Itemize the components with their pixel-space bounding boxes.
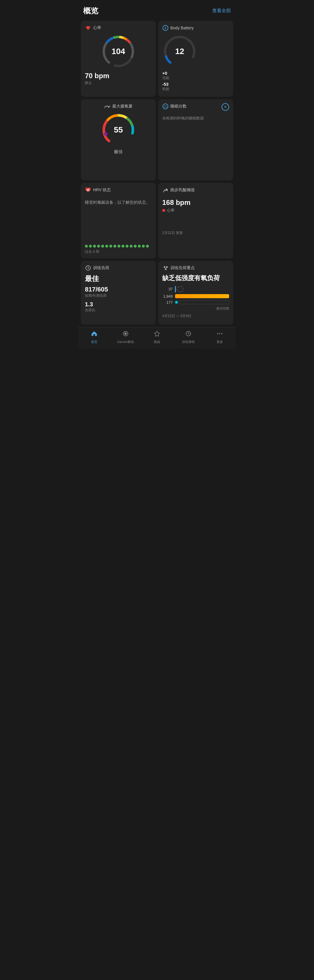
nav-training-label: 训练课程 bbox=[182, 340, 195, 344]
challenge-icon bbox=[153, 330, 161, 339]
hrv-dot bbox=[130, 245, 132, 248]
sleep-card[interactable]: Zz 睡眠分数 + 未检测到昨晚的睡眠数据 bbox=[158, 99, 233, 180]
hrv-dot bbox=[113, 245, 116, 248]
bb-drain-label: 耗能 bbox=[162, 87, 229, 92]
nav-garmin[interactable]: Garmin教练 bbox=[110, 330, 141, 344]
tf-main-text: 缺乏低强度有氧负荷 bbox=[162, 274, 229, 283]
vo2-gauge-container: 55 bbox=[101, 113, 136, 147]
nav-garmin-label: Garmin教练 bbox=[117, 340, 134, 344]
nav-training[interactable]: 训练课程 bbox=[173, 330, 204, 344]
lactate-title: 跑步乳酸阈值 bbox=[171, 188, 195, 192]
hrv-dot bbox=[85, 245, 88, 248]
bb-gauge: 12 bbox=[162, 34, 197, 69]
tf-bar-line-1 bbox=[175, 286, 176, 293]
garmin-icon bbox=[122, 330, 129, 339]
main-grid: 心率 bbox=[78, 19, 236, 327]
tl-status: 最佳 bbox=[85, 274, 152, 283]
tl-title: 训练负荷 bbox=[93, 265, 109, 270]
tl-icon bbox=[85, 265, 91, 271]
nav-home-label: 首页 bbox=[91, 340, 97, 344]
sleep-no-data-text: 未检测到昨晚的睡眠数据 bbox=[162, 115, 229, 121]
nav-home[interactable]: 首页 bbox=[78, 330, 110, 344]
hr-title: 心率 bbox=[93, 25, 101, 30]
svg-point-29 bbox=[221, 333, 222, 334]
body-battery-card[interactable]: Body Battery 12 +0 充能 -53 耗能 bbox=[158, 21, 233, 97]
bb-title: Body Battery bbox=[171, 25, 194, 30]
vo2-header: 最大摄氧量 bbox=[104, 103, 132, 110]
svg-point-10 bbox=[108, 107, 109, 108]
tf-row-3: 177 bbox=[162, 300, 229, 305]
bb-header: Body Battery bbox=[162, 25, 229, 31]
svg-point-19 bbox=[166, 189, 168, 191]
lactate-card[interactable]: 跑步乳酸阈值 168 bpm 心率 2月12日 更新 bbox=[158, 183, 233, 258]
hrv-icon bbox=[85, 187, 91, 193]
hrv-dot bbox=[101, 245, 104, 248]
bb-charge-label: 充能 bbox=[162, 76, 229, 81]
vo2-gauge-value: 55 bbox=[114, 125, 123, 135]
nav-more[interactable]: 更多 bbox=[204, 330, 236, 344]
tf-num-1: 37 bbox=[162, 287, 173, 291]
training-load-card[interactable]: 训练负荷 最佳 817/605 短期/长期负荷 1.3 负荷比 bbox=[81, 261, 156, 325]
tf-num-3: 177 bbox=[162, 300, 173, 305]
heart-icon bbox=[85, 25, 91, 31]
bb-gauge-container: 12 bbox=[162, 34, 229, 69]
hrv-dot bbox=[126, 245, 129, 248]
lactate-sub: 心率 bbox=[162, 208, 229, 213]
hrv-dot bbox=[97, 245, 100, 248]
nav-challenge[interactable]: 挑战 bbox=[141, 330, 173, 344]
hrv-dot bbox=[118, 245, 120, 248]
vo2-card[interactable]: 最大摄氧量 55 bbox=[81, 99, 156, 180]
tf-best-range: 最佳范围 bbox=[162, 306, 229, 311]
tl-numbers-sub: 短期/长期负荷 bbox=[85, 293, 152, 298]
sleep-add-button[interactable]: + bbox=[222, 103, 229, 111]
tf-bar-3 bbox=[175, 300, 229, 304]
svg-point-25 bbox=[124, 332, 127, 335]
tf-bar-1 bbox=[175, 286, 229, 293]
nav-challenge-label: 挑战 bbox=[154, 340, 160, 344]
hr-sub-label: 静止 bbox=[85, 81, 152, 86]
tf-row-1: 37 bbox=[162, 286, 229, 293]
hrv-dot bbox=[105, 245, 108, 248]
hrv-dot bbox=[134, 245, 137, 248]
tf-bar-dashed bbox=[179, 300, 229, 304]
lactate-header: 跑步乳酸阈值 bbox=[162, 187, 229, 193]
hrv-dot bbox=[93, 245, 96, 248]
tf-bar-2 bbox=[175, 294, 229, 298]
page-title: 概览 bbox=[83, 6, 98, 16]
hr-header: 心率 bbox=[85, 25, 152, 31]
hrv-header: HRV 状态 bbox=[85, 187, 152, 193]
training-icon bbox=[185, 330, 192, 339]
vo2-gauge: 55 bbox=[101, 113, 136, 147]
tl-ratio-sub: 负荷比 bbox=[85, 308, 152, 313]
svg-point-23 bbox=[165, 268, 167, 270]
bb-gauge-value: 12 bbox=[175, 47, 184, 56]
tf-bar-circle-1 bbox=[177, 286, 183, 293]
hrv-dots-row bbox=[85, 245, 152, 248]
tf-bars: 37 1,949 177 最佳范围 bbox=[162, 286, 229, 311]
svg-point-22 bbox=[166, 266, 168, 268]
hrv-period: 过去 4 周 bbox=[85, 249, 152, 254]
svg-point-21 bbox=[164, 266, 166, 268]
hr-main-value: 70 bpm bbox=[85, 72, 152, 80]
bb-charge-value: +0 bbox=[162, 71, 229, 76]
tf-icon bbox=[162, 265, 169, 271]
view-all-link[interactable]: 查看全部 bbox=[212, 8, 231, 14]
svg-text:Zz: Zz bbox=[164, 105, 167, 108]
heart-rate-card[interactable]: 心率 bbox=[81, 21, 156, 97]
svg-point-28 bbox=[219, 333, 220, 334]
hrv-dot bbox=[109, 245, 112, 248]
nav-more-label: 更多 bbox=[217, 340, 223, 344]
training-focus-card[interactable]: 训练负荷重点 缺乏低强度有氧负荷 37 1,949 177 bbox=[158, 261, 233, 325]
tf-dot-teal bbox=[175, 301, 178, 304]
tf-num-2: 1,949 bbox=[162, 294, 173, 299]
hrv-card[interactable]: HRV 状态 睡觉时佩戴设备，以了解您的状态。 bbox=[81, 183, 156, 258]
tf-period: 4月12日 — 5月9日 bbox=[162, 313, 229, 318]
lactate-label: 心率 bbox=[167, 208, 174, 213]
vo2-label: 极佳 bbox=[114, 149, 123, 154]
header: 概览 查看全部 bbox=[78, 0, 236, 19]
tl-ratio: 1.3 bbox=[85, 301, 152, 308]
lactate-dot bbox=[162, 209, 165, 212]
hrv-dot bbox=[146, 245, 149, 248]
tf-row-2: 1,949 bbox=[162, 294, 229, 299]
more-icon bbox=[216, 330, 223, 339]
